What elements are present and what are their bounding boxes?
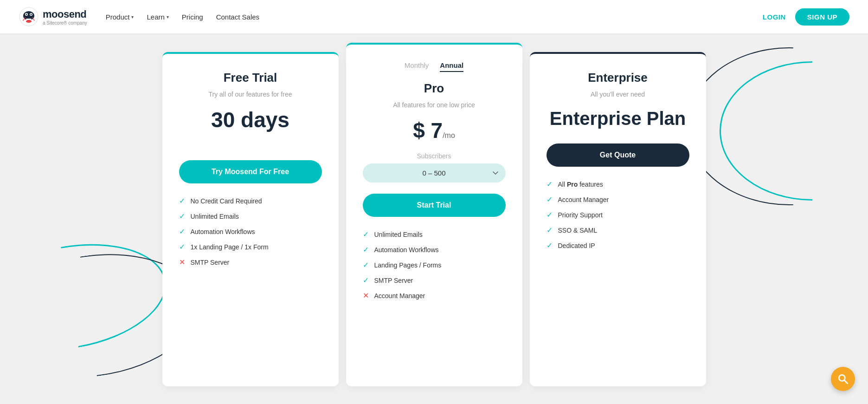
check-icon: ✓ xyxy=(547,195,553,204)
card-enterprise: Enterprise All you'll ever need Enterpri… xyxy=(530,52,706,386)
subscribers-select[interactable]: 0 – 500 501 – 1000 1001 – 2000 2001 – 50… xyxy=(363,163,506,182)
check-icon: ✓ xyxy=(547,226,553,235)
svg-point-5 xyxy=(31,14,32,15)
list-item: ✓ Landing Pages / Forms xyxy=(363,261,506,269)
logo[interactable]: moosend a Sitecore® company xyxy=(19,7,87,27)
enterprise-title: Enterprise xyxy=(547,71,689,85)
nav-contact-sales[interactable]: Contact Sales xyxy=(216,13,259,21)
billing-annual[interactable]: Annual xyxy=(440,61,463,72)
chat-bubble[interactable] xyxy=(831,367,855,391)
list-item: ✓ All Pro features xyxy=(547,180,689,189)
nav-right: LOGIN SIGN UP xyxy=(763,8,849,26)
list-item: ✓ SSO & SAML xyxy=(547,226,689,235)
logo-sub: a Sitecore® company xyxy=(43,20,87,26)
check-icon: ✓ xyxy=(179,242,185,251)
x-icon: ✕ xyxy=(363,291,369,300)
svg-line-9 xyxy=(844,380,848,384)
list-item: ✓ 1x Landing Page / 1x Form xyxy=(179,242,322,251)
list-item: ✓ No Credit Card Required xyxy=(179,196,322,205)
list-item: ✓ Automation Workflows xyxy=(363,245,506,254)
check-icon: ✓ xyxy=(179,227,185,236)
enterprise-cta[interactable]: Get Quote xyxy=(547,143,689,167)
nav-product[interactable]: Product ▾ xyxy=(106,13,134,21)
search-icon xyxy=(837,373,849,385)
billing-monthly[interactable]: Monthly xyxy=(405,61,429,72)
pricing-cards: Free Trial Try all of our features for f… xyxy=(28,33,840,386)
check-icon: ✓ xyxy=(179,196,185,205)
check-icon: ✓ xyxy=(547,241,553,250)
billing-toggle: Monthly Annual xyxy=(363,61,506,72)
list-item: ✕ Account Manager xyxy=(363,291,506,300)
signup-button[interactable]: SIGN UP xyxy=(795,8,849,26)
svg-point-4 xyxy=(26,14,27,15)
product-arrow-icon: ▾ xyxy=(131,14,134,20)
free-trial-subtitle: Try all of our features for free xyxy=(179,91,322,98)
pro-cta[interactable]: Start Trial xyxy=(363,194,506,217)
check-icon: ✓ xyxy=(179,212,185,221)
learn-arrow-icon: ▾ xyxy=(167,14,169,20)
list-item: ✓ Priority Support xyxy=(547,210,689,219)
pro-price-unit: /mo xyxy=(443,131,455,139)
nav-learn[interactable]: Learn ▾ xyxy=(147,13,168,21)
check-icon: ✓ xyxy=(547,180,553,189)
card-free-trial: Free Trial Try all of our features for f… xyxy=(162,52,339,386)
card-pro: Monthly Annual Pro All features for one … xyxy=(346,43,522,386)
pro-subtitle: All features for one low price xyxy=(363,101,506,109)
list-item: ✓ SMTP Server xyxy=(363,276,506,285)
enterprise-plan-title: Enterprise Plan xyxy=(547,107,689,130)
enterprise-subtitle: All you'll ever need xyxy=(547,91,689,98)
list-item: ✓ Unlimited Emails xyxy=(179,212,322,221)
check-icon: ✓ xyxy=(363,230,369,239)
free-trial-title: Free Trial xyxy=(179,71,322,85)
pro-price: $ 7/mo xyxy=(363,118,506,143)
pro-title: Pro xyxy=(363,81,506,96)
logo-icon xyxy=(19,7,39,27)
enterprise-features: ✓ All Pro features ✓ Account Manager ✓ P… xyxy=(547,180,689,250)
nav-pricing[interactable]: Pricing xyxy=(182,13,203,21)
free-trial-cta[interactable]: Try Moosend For Free xyxy=(179,160,322,183)
svg-point-7 xyxy=(26,20,32,23)
check-icon: ✓ xyxy=(363,245,369,254)
nav-links: Product ▾ Learn ▾ Pricing Contact Sales xyxy=(106,13,763,21)
pro-features: ✓ Unlimited Emails ✓ Automation Workflow… xyxy=(363,230,506,300)
list-item: ✓ Dedicated IP xyxy=(547,241,689,250)
list-item: ✓ Account Manager xyxy=(547,195,689,204)
list-item: ✓ Unlimited Emails xyxy=(363,230,506,239)
check-icon: ✓ xyxy=(363,276,369,285)
login-button[interactable]: LOGIN xyxy=(763,13,786,21)
navbar: moosend a Sitecore® company Product ▾ Le… xyxy=(0,0,868,33)
free-trial-duration: 30 days xyxy=(179,107,322,132)
list-item: ✓ Automation Workflows xyxy=(179,227,322,236)
svg-rect-6 xyxy=(26,19,32,20)
list-item: ✕ SMTP Server xyxy=(179,258,322,267)
page-content: Free Trial Try all of our features for f… xyxy=(0,33,868,404)
subscribers-label: Subscribers xyxy=(363,152,506,160)
x-icon: ✕ xyxy=(179,258,185,267)
check-icon: ✓ xyxy=(363,261,369,269)
free-trial-features: ✓ No Credit Card Required ✓ Unlimited Em… xyxy=(179,196,322,267)
logo-name: moosend xyxy=(43,8,87,20)
check-icon: ✓ xyxy=(547,210,553,219)
